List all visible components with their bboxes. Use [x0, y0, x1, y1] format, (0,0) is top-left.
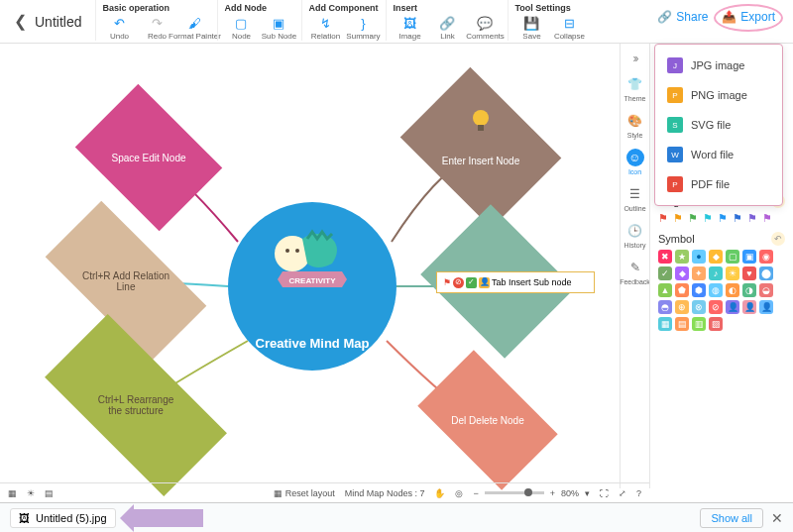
- zoom-out-button[interactable]: −: [473, 488, 478, 498]
- zoom-slider[interactable]: [485, 491, 544, 494]
- sym-17[interactable]: ⬢: [692, 283, 706, 297]
- doc-title[interactable]: Untitled: [35, 14, 81, 30]
- group-addcomp: Add Component ↯Relation }Summary: [301, 0, 386, 41]
- sym-13[interactable]: ♥: [742, 266, 756, 280]
- sym-18[interactable]: ◍: [709, 283, 723, 297]
- sym-22[interactable]: ◓: [658, 300, 672, 314]
- relation-button[interactable]: ↯Relation: [308, 15, 342, 41]
- sym-8[interactable]: ✓: [658, 266, 672, 280]
- zoom-in-button[interactable]: +: [550, 488, 555, 498]
- sym-31[interactable]: ▥: [692, 317, 706, 331]
- dock-style[interactable]: 🎨Style: [626, 112, 644, 139]
- flag-red[interactable]: ⚑: [658, 212, 670, 226]
- show-all-button[interactable]: Show all: [700, 508, 763, 528]
- comments-button[interactable]: 💬Comments: [468, 15, 502, 41]
- sym-6[interactable]: ▣: [742, 250, 756, 264]
- sym-16[interactable]: ⬟: [675, 283, 689, 297]
- grid-icon[interactable]: ▦: [8, 488, 17, 498]
- export-svg[interactable]: SSVG file: [655, 110, 782, 140]
- sym-7[interactable]: ◉: [759, 250, 773, 264]
- mindmap-canvas[interactable]: CREATIVITY Creative Mind Map Space Edit …: [0, 44, 649, 502]
- sym-2[interactable]: ★: [675, 250, 689, 264]
- node-rearrange[interactable]: Ctrl+L Rearrange the structure: [52, 361, 220, 450]
- download-chip[interactable]: 🖼 Untitled (5).jpg: [10, 508, 116, 528]
- format-painter-button[interactable]: 🖌Format Painter: [177, 15, 211, 41]
- flag-red-icon: ⚑: [443, 277, 451, 287]
- flag-blue[interactable]: ⚑: [718, 212, 730, 226]
- flag-darkblue[interactable]: ⚑: [733, 212, 744, 226]
- export-word[interactable]: WWord file: [655, 140, 782, 169]
- sym-9[interactable]: ◆: [675, 266, 689, 280]
- sym-23[interactable]: ⊕: [675, 300, 689, 314]
- export-png[interactable]: PPNG image: [655, 80, 782, 110]
- right-dock: ›› 👕Theme 🎨Style ☺Icon ☰Outline 🕒History…: [620, 44, 649, 488]
- sym-1[interactable]: ✖: [658, 250, 672, 264]
- hand-tool[interactable]: ✋: [434, 488, 445, 498]
- sym-29[interactable]: ▦: [658, 317, 672, 331]
- layers-icon[interactable]: ▤: [45, 488, 54, 498]
- flag-cyan[interactable]: ⚑: [703, 212, 715, 226]
- zoom-dropdown-icon[interactable]: ▾: [585, 488, 590, 498]
- flag-violet[interactable]: ⚑: [762, 212, 774, 226]
- header-left: ❮ Untitled: [0, 0, 95, 43]
- fullscreen-icon[interactable]: ⤢: [619, 488, 626, 498]
- export-button[interactable]: 📤Export: [722, 10, 775, 24]
- collapse-button[interactable]: ⊟Collapse: [552, 15, 586, 41]
- undo-button[interactable]: ↶Undo: [102, 15, 136, 41]
- sym-5[interactable]: ▢: [726, 250, 739, 264]
- dock-theme[interactable]: 👕Theme: [624, 75, 646, 102]
- sym-21[interactable]: ◒: [759, 283, 773, 297]
- link-button[interactable]: 🔗Link: [430, 15, 464, 41]
- sub-node-selected[interactable]: ⚑ ⊘ ✓ 👤 Tab Insert Sub node: [436, 271, 595, 293]
- sym-12[interactable]: ☀: [726, 266, 739, 280]
- export-jpg[interactable]: JJPG image: [655, 51, 782, 80]
- fit-icon[interactable]: ⛶: [600, 488, 609, 498]
- dock-history[interactable]: 🕒History: [624, 222, 646, 249]
- dock-feedback[interactable]: ✎Feedback: [620, 259, 650, 285]
- sym-4[interactable]: ◆: [709, 250, 723, 264]
- link-icon: 🔗: [439, 15, 455, 31]
- subnode-button[interactable]: ▣Sub Node: [262, 15, 295, 41]
- node-space-edit[interactable]: Space Edit Node: [89, 113, 208, 202]
- brightness-icon[interactable]: ☀: [27, 488, 35, 498]
- center-node[interactable]: CREATIVITY Creative Mind Map: [228, 202, 396, 371]
- flag-green[interactable]: ⚑: [688, 212, 700, 226]
- sym-25[interactable]: ⊘: [709, 300, 723, 314]
- close-downloadbar-button[interactable]: ✕: [771, 510, 783, 526]
- sym-24[interactable]: ⊗: [692, 300, 706, 314]
- target-tool[interactable]: ◎: [455, 488, 463, 498]
- dock-expand-button[interactable]: ››: [633, 52, 637, 65]
- image-button[interactable]: 🖼Image: [393, 15, 426, 41]
- download-filename: Untitled (5).jpg: [36, 512, 107, 524]
- back-button[interactable]: ❮: [14, 12, 27, 31]
- sym-19[interactable]: ◐: [726, 283, 739, 297]
- reset-layout-button[interactable]: ▦ Reset layout: [274, 488, 335, 498]
- node-add-relation[interactable]: Ctrl+R Add Relation Line: [52, 242, 200, 321]
- svg-point-2: [295, 249, 299, 253]
- node-button[interactable]: ▢Node: [224, 15, 258, 41]
- summary-button[interactable]: }Summary: [346, 15, 380, 41]
- save-button[interactable]: 💾Save: [514, 15, 548, 41]
- node-enter-insert[interactable]: Enter Insert Node: [416, 98, 545, 197]
- dock-outline[interactable]: ☰Outline: [623, 185, 645, 212]
- sym-26[interactable]: 👤: [726, 300, 739, 314]
- help-icon[interactable]: ?: [636, 488, 641, 498]
- summary-icon: }: [355, 15, 371, 31]
- sym-14[interactable]: ⬤: [759, 266, 773, 280]
- sym-3[interactable]: ●: [692, 250, 706, 264]
- node-del-delete[interactable]: Del Delete Node: [428, 380, 547, 460]
- sym-11[interactable]: ♪: [709, 266, 723, 280]
- flag-orange[interactable]: ⚑: [673, 212, 685, 226]
- sym-20[interactable]: ◑: [742, 283, 756, 297]
- share-button[interactable]: 🔗Share: [657, 10, 708, 24]
- sym-27[interactable]: 👤: [742, 300, 756, 314]
- export-pdf[interactable]: PPDF file: [655, 169, 782, 199]
- sym-15[interactable]: ▲: [658, 283, 672, 297]
- dock-icon[interactable]: ☺Icon: [626, 149, 644, 175]
- sym-28[interactable]: 👤: [759, 300, 773, 314]
- revert-icon-2[interactable]: ↶: [771, 232, 785, 246]
- sym-32[interactable]: ▨: [709, 317, 723, 331]
- sym-10[interactable]: ✦: [692, 266, 706, 280]
- flag-purple[interactable]: ⚑: [747, 212, 759, 226]
- sym-30[interactable]: ▤: [675, 317, 689, 331]
